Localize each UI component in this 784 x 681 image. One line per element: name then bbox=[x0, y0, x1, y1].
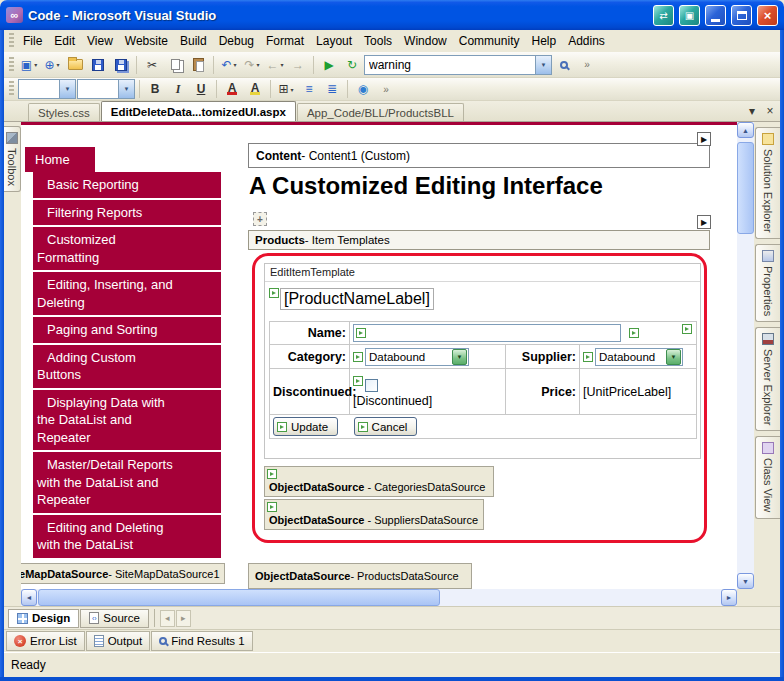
toolbar-overflow-button[interactable]: » bbox=[576, 54, 598, 76]
menu-edit[interactable]: Edit bbox=[48, 31, 81, 51]
menu-addins[interactable]: Addins bbox=[562, 31, 611, 51]
menu-layout[interactable]: Layout bbox=[310, 31, 358, 51]
suppliers-datasource-control[interactable]: ObjectDataSource - SuppliersDataSource bbox=[264, 499, 484, 530]
content-control-header[interactable]: Content - Content1 (Custom) bbox=[248, 143, 710, 168]
paste-button[interactable] bbox=[187, 54, 209, 76]
start-debugging-button[interactable]: ▶ bbox=[318, 54, 340, 76]
properties-tab[interactable]: Properties bbox=[755, 244, 780, 322]
toolbar-grip[interactable] bbox=[9, 81, 14, 97]
titlebar[interactable]: ∞ Code - Microsoft Visual Studio ⇄ ▣ × bbox=[0, 0, 784, 30]
tab-scroll-right-button[interactable]: ▸ bbox=[176, 610, 191, 627]
combo-dropdown-button[interactable]: ▼ bbox=[118, 80, 134, 98]
font-name-input[interactable] bbox=[78, 82, 118, 96]
horizontal-scrollbar[interactable]: ◄ ► bbox=[21, 589, 737, 606]
font-color-button[interactable]: A bbox=[221, 78, 243, 100]
close-document-button[interactable]: × bbox=[762, 103, 778, 119]
products-datalist-header[interactable]: Products - Item Templates bbox=[248, 230, 710, 250]
nav-item-basic-reporting[interactable]: Basic Reporting bbox=[33, 172, 221, 200]
tab-productsbll[interactable]: App_Code/BLL/ProductsBLL bbox=[297, 103, 464, 121]
smart-tag-arrow-icon[interactable]: ▶ bbox=[697, 132, 711, 146]
output-tab[interactable]: Output bbox=[86, 631, 151, 651]
borders-button[interactable]: ⊞▾ bbox=[275, 78, 297, 100]
combo-dropdown-button[interactable]: ▼ bbox=[59, 80, 75, 98]
tab-editdeletedata-aspx[interactable]: EditDeleteData...tomizedUI.aspx bbox=[101, 101, 296, 121]
find-results-tab[interactable]: Find Results 1 bbox=[151, 631, 253, 651]
solution-explorer-tab[interactable]: Solution Explorer bbox=[755, 127, 780, 239]
move-control-icon[interactable]: + bbox=[253, 212, 267, 226]
scroll-up-button[interactable]: ▲ bbox=[737, 122, 754, 138]
products-datasource-control[interactable]: ObjectDataSource - ProductsDataSource bbox=[248, 563, 472, 589]
toolbar-grip[interactable] bbox=[9, 33, 14, 49]
nav-item-editing-deleting-datalist[interactable]: Editing and Deleting with the DataList bbox=[33, 515, 221, 560]
categories-datasource-control[interactable]: ObjectDataSource - CategoriesDataSource bbox=[264, 466, 494, 497]
combo-dropdown-button[interactable]: ▼ bbox=[535, 56, 551, 74]
nav-item-paging-sorting[interactable]: Paging and Sorting bbox=[33, 317, 221, 345]
dropdown-arrow-icon[interactable]: ▼ bbox=[452, 349, 467, 365]
nav-home-link[interactable]: Home bbox=[25, 147, 95, 172]
menu-community[interactable]: Community bbox=[453, 31, 526, 51]
nav-item-filtering-reports[interactable]: Filtering Reports bbox=[33, 200, 221, 228]
menu-debug[interactable]: Debug bbox=[213, 31, 260, 51]
class-view-tab[interactable]: Class View bbox=[755, 436, 780, 518]
toolbar-overflow-button[interactable]: » bbox=[375, 78, 397, 100]
highlight-button[interactable]: A bbox=[244, 78, 266, 100]
smart-tag-arrow-icon[interactable]: ▶ bbox=[697, 215, 711, 229]
menu-format[interactable]: Format bbox=[260, 31, 310, 51]
tab-styles-css[interactable]: Styles.css bbox=[28, 103, 100, 121]
new-project-button[interactable]: ▣▾ bbox=[18, 54, 40, 76]
toolbar-grip[interactable] bbox=[9, 57, 14, 73]
panel-toggle-button[interactable]: ▣ bbox=[679, 5, 700, 26]
supplier-dropdown[interactable]: Databound▼ bbox=[595, 348, 683, 366]
save-button[interactable] bbox=[87, 54, 109, 76]
cut-button[interactable]: ✂ bbox=[141, 54, 163, 76]
unit-price-label-control[interactable]: [UnitPriceLabel] bbox=[583, 385, 671, 399]
save-all-button[interactable] bbox=[110, 54, 132, 76]
find-in-files-button[interactable] bbox=[553, 54, 575, 76]
open-file-button[interactable] bbox=[64, 54, 86, 76]
sitemapdatasource-control[interactable]: SiteMapDataSource - SiteMapDataSource1 bbox=[21, 563, 225, 584]
category-dropdown[interactable]: Databound▼ bbox=[365, 348, 469, 366]
menu-window[interactable]: Window bbox=[398, 31, 453, 51]
menu-build[interactable]: Build bbox=[174, 31, 213, 51]
scroll-left-button[interactable]: ◄ bbox=[21, 589, 37, 606]
hyperlink-button[interactable]: ◉ bbox=[352, 78, 374, 100]
server-explorer-tab[interactable]: Server Explorer bbox=[755, 327, 780, 431]
update-button[interactable]: Update bbox=[273, 417, 338, 436]
dropdown-arrow-icon[interactable]: ▼ bbox=[666, 349, 681, 365]
add-item-button[interactable]: ⊕▾ bbox=[41, 54, 63, 76]
underline-button[interactable]: U bbox=[190, 78, 212, 100]
source-view-tab[interactable]: ‹› Source bbox=[80, 609, 148, 628]
menu-help[interactable]: Help bbox=[525, 31, 562, 51]
numbered-list-button[interactable]: ≣ bbox=[321, 78, 343, 100]
discontinued-checkbox[interactable] bbox=[365, 379, 378, 392]
nav-item-customized-formatting[interactable]: Customized Formatting bbox=[33, 227, 221, 272]
nav-item-adding-custom-buttons[interactable]: Adding Custom Buttons bbox=[33, 345, 221, 390]
bullet-list-button[interactable]: ≡ bbox=[298, 78, 320, 100]
bold-button[interactable]: B bbox=[144, 78, 166, 100]
nav-item-editing-inserting-deleting[interactable]: Editing, Inserting, and Deleting bbox=[33, 272, 221, 317]
close-button[interactable]: × bbox=[757, 5, 778, 26]
cancel-button[interactable]: Cancel bbox=[354, 417, 418, 436]
design-view-tab[interactable]: Design bbox=[8, 609, 79, 628]
block-format-input[interactable] bbox=[19, 82, 59, 96]
product-name-textbox[interactable] bbox=[353, 324, 621, 342]
menu-view[interactable]: View bbox=[81, 31, 119, 51]
maximize-button[interactable] bbox=[731, 5, 752, 26]
copy-button[interactable] bbox=[164, 54, 186, 76]
find-input[interactable] bbox=[365, 58, 535, 72]
error-list-tab[interactable]: × Error List bbox=[6, 631, 85, 651]
font-name-combobox[interactable]: ▼ bbox=[77, 79, 135, 99]
menu-file[interactable]: File bbox=[17, 31, 48, 51]
edit-item-template-region[interactable]: EditItemTemplate [ProductNameLabel] Name… bbox=[264, 263, 701, 459]
design-surface[interactable]: Home Basic Reporting Filtering Reports C… bbox=[21, 122, 737, 589]
find-combobox[interactable]: ▼ bbox=[364, 55, 552, 75]
horizontal-scroll-thumb[interactable] bbox=[38, 589, 440, 606]
tab-scroll-left-button[interactable]: ◂ bbox=[160, 610, 175, 627]
vertical-scrollbar[interactable]: ▲ ▼ bbox=[737, 122, 754, 589]
active-files-dropdown-button[interactable]: ▾ bbox=[744, 103, 760, 119]
menu-website[interactable]: Website bbox=[119, 31, 174, 51]
nav-item-displaying-data[interactable]: Displaying Data with the DataList and Re… bbox=[33, 390, 221, 453]
redo-button[interactable]: ↷▾ bbox=[241, 54, 263, 76]
undo-button[interactable]: ↶▾ bbox=[218, 54, 240, 76]
navigate-backward-button[interactable]: ←▾ bbox=[264, 54, 286, 76]
